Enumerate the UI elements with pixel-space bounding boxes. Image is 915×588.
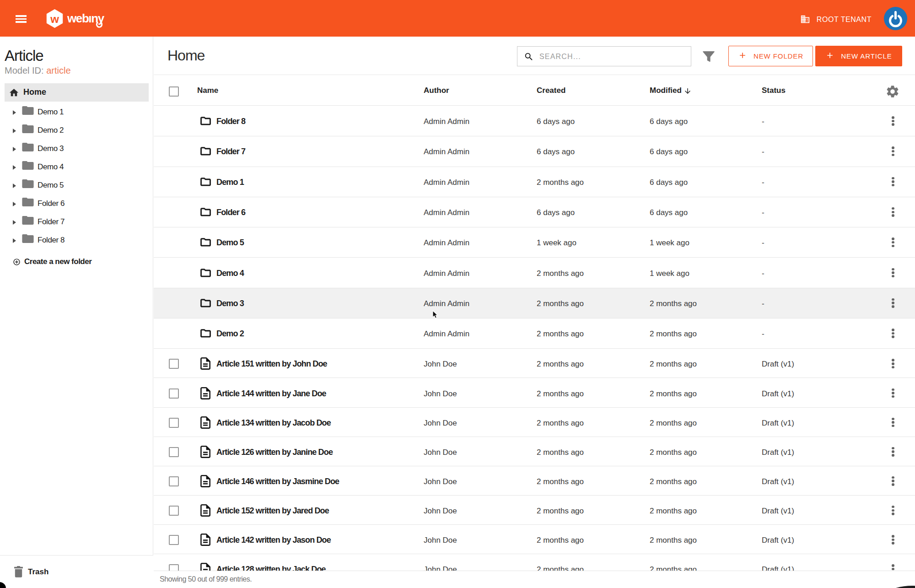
svg-text:w: w <box>50 13 59 25</box>
